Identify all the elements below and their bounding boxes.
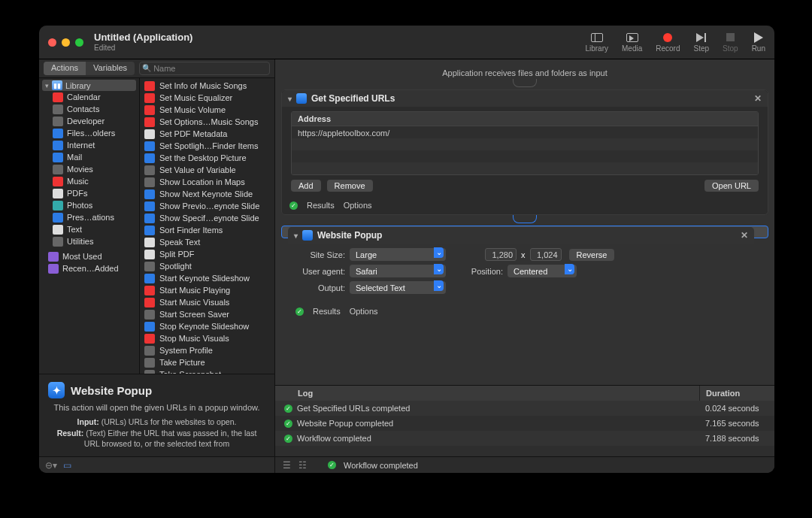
flow-view-icon[interactable]: ☷ (298, 460, 307, 471)
library-item[interactable]: Recen…Added (39, 262, 139, 274)
minimize-window-button[interactable] (62, 38, 70, 47)
tab-actions[interactable]: Actions (44, 62, 86, 75)
library-item[interactable]: Utilities (39, 235, 139, 247)
library-item[interactable]: Music (39, 175, 139, 187)
results-tab[interactable]: Results (307, 201, 335, 210)
window-title: Untitled (Application) (94, 32, 192, 44)
zoom-window-button[interactable] (75, 38, 83, 47)
library-item[interactable]: Internet (39, 139, 139, 151)
action-item[interactable]: Speak Text (140, 236, 274, 248)
action-item[interactable]: Start Screen Saver (140, 308, 274, 320)
url-row-empty[interactable] (292, 138, 758, 150)
add-url-button[interactable]: Add (291, 180, 321, 192)
action-item[interactable]: Start Music Playing (140, 284, 274, 296)
log-column-header[interactable]: Log (275, 386, 699, 401)
tab-variables[interactable]: Variables (86, 62, 135, 75)
action-item[interactable]: System Profile (140, 344, 274, 356)
user-agent-select[interactable]: Safari (350, 265, 446, 277)
action-item[interactable]: Start Music Visuals (140, 296, 274, 308)
action-icon (144, 93, 155, 103)
url-row-empty[interactable] (292, 150, 758, 162)
library-bottom-toolbar: ⊖▾ ▭ (39, 456, 274, 473)
reverse-button[interactable]: Reverse (569, 249, 615, 261)
action-item[interactable]: Take Picture (140, 356, 274, 368)
action-item[interactable]: Set Info of Music Songs (140, 80, 274, 92)
library-item[interactable]: Developer (39, 115, 139, 127)
options-tab[interactable]: Options (350, 307, 378, 316)
show-description-button[interactable]: ▭ (63, 460, 71, 471)
step-button[interactable]: Step (693, 32, 709, 53)
library-root[interactable]: ▾ ▮▮ Library (42, 80, 136, 91)
actions-list[interactable]: Set Info of Music SongsSet Music Equaliz… (140, 78, 274, 374)
action-icon (144, 250, 155, 259)
media-button[interactable]: Media (622, 32, 642, 53)
library-toggle-button[interactable]: Library (585, 32, 608, 53)
action-icon (144, 117, 155, 127)
folder-icon (48, 264, 59, 274)
action-item[interactable]: Spotlight (140, 260, 274, 272)
action-icon (144, 262, 155, 271)
output-select[interactable]: Selected Text (350, 281, 446, 294)
width-input[interactable] (485, 248, 517, 261)
site-size-label: Site Size: (297, 250, 345, 259)
run-button[interactable]: Run (752, 32, 765, 53)
library-item[interactable]: Contacts (39, 103, 139, 115)
library-item[interactable]: Movies (39, 163, 139, 175)
action-item[interactable]: Show Specif…eynote Slide (140, 212, 274, 224)
chevron-down-icon: ▾ (45, 82, 49, 89)
gear-menu-button[interactable]: ⊖▾ (45, 460, 57, 471)
action-item[interactable]: Set Options…Music Songs (140, 116, 274, 128)
url-row-empty[interactable] (292, 162, 758, 174)
library-item[interactable]: Pres…ations (39, 211, 139, 223)
site-size-select[interactable]: Large (350, 248, 446, 261)
results-tab[interactable]: Results (313, 307, 341, 316)
action-item[interactable]: Set Spotligh…Finder Items (140, 140, 274, 152)
step-icon (695, 32, 708, 43)
action-item[interactable]: Stop Keynote Slideshow (140, 320, 274, 332)
position-select[interactable]: Centered (508, 265, 577, 277)
remove-action-button[interactable]: ✕ (741, 230, 748, 241)
action-item[interactable]: Show Next Keynote Slide (140, 188, 274, 200)
disclose-triangle-icon[interactable]: ▾ (288, 95, 292, 103)
action-item[interactable]: Stop Music Visuals (140, 332, 274, 344)
list-view-icon[interactable]: ☰ (283, 460, 291, 471)
library-item[interactable]: Mail (39, 151, 139, 163)
action-item[interactable]: Set Value of Variable (140, 164, 274, 176)
library-item[interactable]: Files…olders (39, 127, 139, 139)
library-item[interactable]: PDFs (39, 187, 139, 199)
action-icon (144, 346, 155, 356)
library-item[interactable]: Most Used (39, 250, 139, 262)
action-item[interactable]: Set Music Volume (140, 104, 274, 116)
action-item[interactable]: Set Music Equalizer (140, 92, 274, 104)
check-icon: ✓ (289, 201, 298, 210)
record-button[interactable]: Record (656, 32, 680, 53)
remove-action-button[interactable]: ✕ (754, 93, 762, 104)
window-controls (48, 38, 83, 47)
action-item[interactable]: Sort Finder Items (140, 224, 274, 236)
open-url-button[interactable]: Open URL (704, 180, 759, 192)
action-icon (144, 322, 155, 332)
height-input[interactable] (530, 248, 562, 261)
action-icon (144, 165, 155, 175)
library-mode-segment[interactable]: Actions Variables (44, 62, 135, 75)
action-item[interactable]: Start Keynote Slideshow (140, 272, 274, 284)
duration-column-header[interactable]: Duration (699, 386, 774, 401)
action-item[interactable]: Show Previo…eynote Slide (140, 200, 274, 212)
library-item[interactable]: Text (39, 223, 139, 235)
action-item[interactable]: Show Location in Maps (140, 176, 274, 188)
action-item[interactable]: Set the Desktop Picture (140, 152, 274, 164)
remove-url-button[interactable]: Remove (327, 180, 373, 192)
action-item[interactable]: Set PDF Metadata (140, 128, 274, 140)
url-row[interactable]: https://appletoolbox.com/ (292, 126, 758, 138)
search-input[interactable] (139, 62, 270, 75)
action-item[interactable]: Split PDF (140, 248, 274, 260)
category-icon (53, 141, 63, 150)
options-tab[interactable]: Options (344, 201, 372, 210)
stop-button[interactable]: Stop (723, 32, 738, 53)
library-item[interactable]: Calendar (39, 91, 139, 103)
disclose-triangle-icon[interactable]: ▾ (294, 232, 298, 240)
library-tree[interactable]: ▾ ▮▮ Library CalendarContactsDeveloperFi… (39, 78, 140, 374)
action-item[interactable]: Take Screenshot (140, 368, 274, 374)
close-window-button[interactable] (48, 38, 56, 47)
library-item[interactable]: Photos (39, 199, 139, 211)
